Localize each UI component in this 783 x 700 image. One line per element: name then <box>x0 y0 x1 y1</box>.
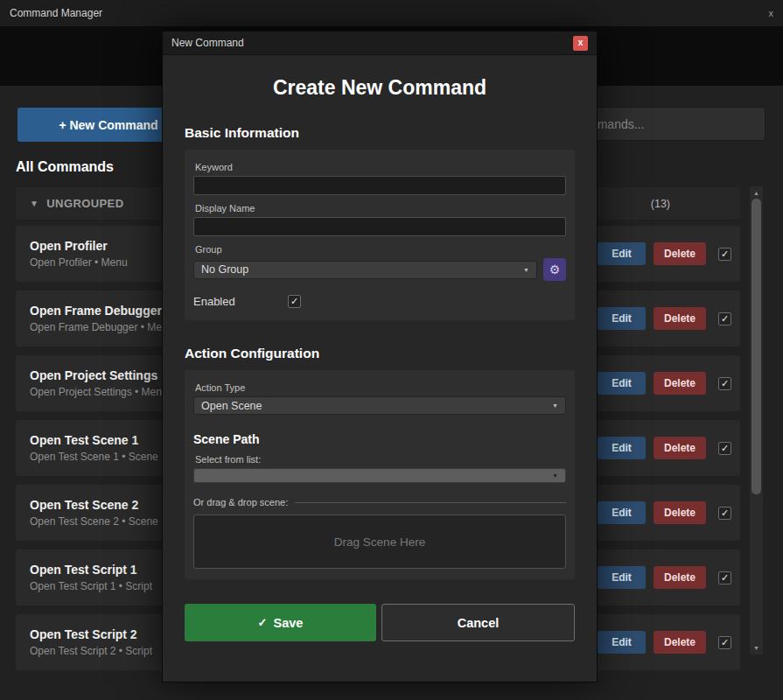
delete-button[interactable]: Delete <box>654 501 706 524</box>
scrollbar-thumb[interactable] <box>752 199 761 494</box>
delete-button[interactable]: Delete <box>654 242 706 265</box>
check-icon: ✓ <box>721 314 729 324</box>
group-dropdown-value: No Group <box>201 263 248 276</box>
window-title: Command Manager <box>10 7 102 19</box>
chevron-down-icon: ▼ <box>523 267 529 273</box>
enabled-label: Enabled <box>193 295 288 308</box>
scene-path-heading: Scene Path <box>193 432 566 446</box>
window-titlebar: Command Manager x <box>0 0 783 26</box>
new-command-dialog: New Command x Create New Command Basic I… <box>162 31 598 682</box>
basic-information-heading: Basic Information <box>185 125 575 141</box>
display-name-input[interactable] <box>193 217 566 236</box>
keyword-label: Keyword <box>195 162 564 172</box>
row-enabled-checkbox[interactable]: ✓ <box>718 312 731 326</box>
enabled-checkbox[interactable]: ✓ <box>288 295 301 308</box>
dialog-close-button[interactable]: x <box>573 36 588 51</box>
group-count: (13) <box>651 198 670 210</box>
group-settings-button[interactable]: ⚙ <box>543 258 566 281</box>
action-type-label: Action Type <box>195 382 564 393</box>
scene-select-dropdown[interactable]: ▼ <box>193 468 566 483</box>
save-button[interactable]: ✓ Save <box>185 604 376 641</box>
all-commands-heading: All Commands <box>16 159 114 175</box>
group-name: UNGROUPED <box>46 197 123 210</box>
group-row: No Group ▼ ⚙ <box>193 258 566 281</box>
action-type-dropdown[interactable]: Open Scene ▼ <box>193 396 566 415</box>
dialog-body: Create New Command Basic Information Key… <box>163 76 597 641</box>
check-icon: ✓ <box>258 616 268 629</box>
window-close-icon[interactable]: x <box>769 8 774 18</box>
row-enabled-checkbox[interactable]: ✓ <box>718 248 731 261</box>
check-icon: ✓ <box>721 249 729 259</box>
group-dropdown[interactable]: No Group ▼ <box>193 261 537 279</box>
check-icon: ✓ <box>290 297 298 306</box>
edit-button[interactable]: Edit <box>598 242 646 265</box>
edit-button[interactable]: Edit <box>598 631 646 654</box>
delete-button[interactable]: Delete <box>654 307 706 330</box>
basic-information-panel: Keyword Display Name Group No Group ▼ ⚙ … <box>185 150 575 320</box>
edit-button[interactable]: Edit <box>598 566 646 589</box>
edit-button[interactable]: Edit <box>598 372 646 395</box>
row-enabled-checkbox[interactable]: ✓ <box>718 636 731 649</box>
check-icon: ✓ <box>721 379 729 388</box>
save-button-label: Save <box>274 616 304 630</box>
dialog-titlebar: New Command x <box>163 32 597 55</box>
check-icon: ✓ <box>721 573 729 583</box>
display-name-label: Display Name <box>195 203 564 214</box>
chevron-down-icon: ▼ <box>552 402 558 409</box>
enabled-row: Enabled ✓ <box>193 295 566 308</box>
delete-button[interactable]: Delete <box>654 372 706 395</box>
row-enabled-checkbox[interactable]: ✓ <box>718 442 731 455</box>
row-enabled-checkbox[interactable]: ✓ <box>718 377 731 390</box>
dialog-heading: Create New Command <box>185 76 575 100</box>
check-icon: ✓ <box>721 508 729 518</box>
drag-label-row: Or drag & drop scene: <box>193 497 566 508</box>
divider <box>295 502 566 503</box>
drop-zone-placeholder: Drag Scene Here <box>334 536 425 549</box>
row-enabled-checkbox[interactable]: ✓ <box>718 571 731 584</box>
scroll-down-icon[interactable]: ▼ <box>750 645 763 651</box>
check-icon: ✓ <box>721 444 729 453</box>
delete-button[interactable]: Delete <box>654 566 706 589</box>
chevron-down-icon: ▼ <box>552 472 558 479</box>
action-type-value: Open Scene <box>201 400 262 412</box>
edit-button[interactable]: Edit <box>598 437 646 459</box>
action-configuration-panel: Action Type Open Scene ▼ Scene Path Sele… <box>185 370 575 579</box>
dialog-actions: ✓ Save Cancel <box>185 604 575 641</box>
delete-button[interactable]: Delete <box>654 631 706 654</box>
edit-button[interactable]: Edit <box>598 501 646 524</box>
keyword-input[interactable] <box>193 176 566 195</box>
drag-drop-label: Or drag & drop scene: <box>193 497 288 508</box>
check-icon: ✓ <box>721 638 729 648</box>
command-manager-window: Command Manager x + New Command All Comm… <box>0 0 783 700</box>
cancel-button[interactable]: Cancel <box>381 604 575 641</box>
group-label: Group <box>195 244 564 255</box>
dialog-title: New Command <box>171 37 244 49</box>
scroll-up-icon[interactable]: ▲ <box>750 190 763 196</box>
collapse-arrow-icon: ▼ <box>30 199 38 208</box>
gear-icon: ⚙ <box>549 262 561 276</box>
delete-button[interactable]: Delete <box>654 437 706 459</box>
row-enabled-checkbox[interactable]: ✓ <box>718 507 731 520</box>
scene-drop-zone[interactable]: Drag Scene Here <box>193 514 566 569</box>
scrollbar[interactable]: ▲ ▼ <box>750 186 763 654</box>
action-configuration-heading: Action Configuration <box>185 346 575 361</box>
select-from-list-label: Select from list: <box>195 454 564 465</box>
edit-button[interactable]: Edit <box>598 307 646 330</box>
